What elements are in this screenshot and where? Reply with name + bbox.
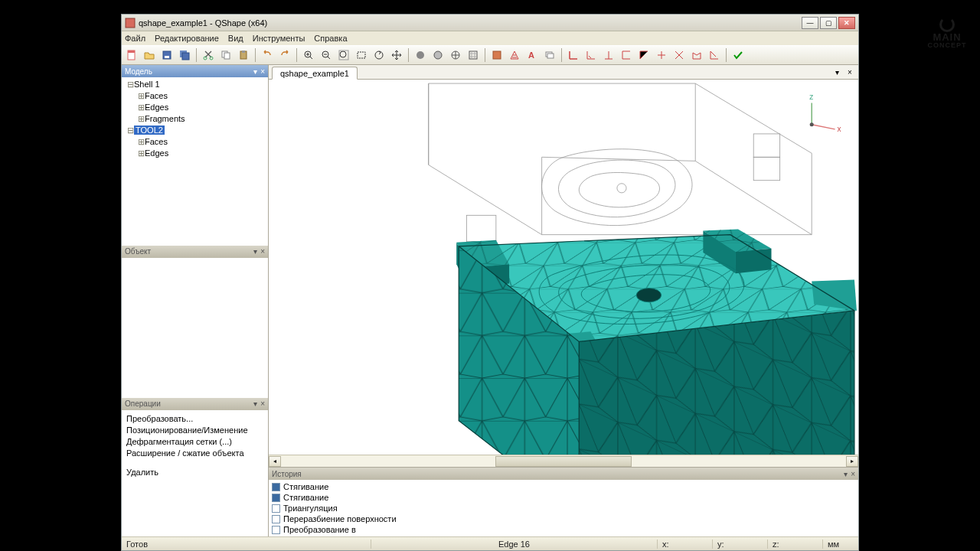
menu-view[interactable]: Вид (228, 34, 243, 43)
svg-rect-12 (242, 51, 245, 53)
panel-model-header[interactable]: Модель▾× (122, 65, 268, 77)
tb-zoomfit-icon[interactable] (336, 47, 351, 63)
tb-saveall-icon[interactable] (177, 47, 192, 63)
viewport-3d[interactable]: z x (269, 80, 858, 455)
menu-file[interactable]: Файл (125, 34, 145, 43)
tree-item[interactable]: ⊞Faces (137, 90, 265, 102)
tree-item[interactable]: ⊞Faces (137, 136, 265, 148)
checkbox-icon[interactable] (272, 515, 280, 523)
tree-shell[interactable]: ⊟Shell 1 ⊞Faces ⊞Edges ⊞Fragments (126, 79, 265, 125)
tb-redo-icon[interactable] (277, 47, 292, 63)
op-transform[interactable]: Преобразовать... (126, 413, 263, 425)
close-icon[interactable]: × (260, 67, 265, 76)
history-item[interactable]: Стягивание (272, 492, 855, 503)
pin-icon[interactable]: ▾ (253, 399, 257, 408)
checkbox-icon[interactable] (272, 504, 280, 513)
tb-save-icon[interactable] (159, 47, 175, 63)
tb-axis8-icon[interactable] (689, 47, 704, 63)
scroll-track[interactable] (281, 456, 846, 467)
tree-tool[interactable]: ⊟TOOL2 ⊞Faces ⊞Edges (126, 125, 265, 159)
tab-close-icon[interactable]: × (844, 67, 855, 77)
tree-item[interactable]: ⊞Edges (137, 148, 265, 159)
status-x: x: (658, 540, 713, 549)
tb-axis2-icon[interactable] (583, 47, 599, 63)
history-item-label: Стягивание (283, 492, 328, 503)
tb-axis7-icon[interactable] (671, 47, 687, 63)
op-position[interactable]: Позиционирование/Изменение (126, 425, 263, 436)
tb-paste-icon[interactable] (236, 47, 251, 63)
history-item[interactable]: Триангуляция (272, 503, 855, 514)
tb-axis1-icon[interactable] (566, 47, 581, 63)
maximize-button[interactable]: ▢ (820, 17, 837, 29)
tb-axis6-icon[interactable] (654, 47, 669, 63)
tb-open-icon[interactable] (142, 47, 157, 63)
close-button[interactable]: ✕ (838, 17, 855, 29)
tb-zoomout-icon[interactable] (318, 47, 334, 63)
model-tree[interactable]: ⊟Shell 1 ⊞Faces ⊞Edges ⊞Fragments ⊟TOOL2… (122, 77, 268, 246)
tb-layer-icon[interactable] (542, 47, 557, 63)
tb-check-icon[interactable] (730, 47, 746, 63)
svg-point-31 (636, 289, 661, 302)
tb-copy-icon[interactable] (218, 47, 234, 63)
tree-item[interactable]: ⊞Fragments (137, 113, 265, 125)
title-bar[interactable]: qshape_example1 - QShape (x64) — ▢ ✕ (122, 15, 858, 31)
op-defrag[interactable]: Дефрагментация сетки (...) (126, 436, 263, 448)
menu-tools[interactable]: Инструменты (253, 34, 305, 43)
op-delete[interactable]: Удалить (126, 467, 263, 478)
history-item[interactable]: Стягивание (272, 481, 855, 492)
side-panel: Модель▾× ⊟Shell 1 ⊞Faces ⊞Edges ⊞Fragmen… (122, 65, 269, 536)
scrollbar-horizontal[interactable]: ◂ ▸ (269, 455, 858, 467)
tb-grid-icon[interactable] (466, 47, 481, 63)
scroll-thumb[interactable] (495, 456, 631, 467)
axis-x-label: x (838, 125, 841, 133)
checkbox-icon[interactable] (272, 483, 280, 491)
history-item[interactable]: Преобразование в (272, 524, 855, 535)
scroll-right-icon[interactable]: ▸ (846, 456, 858, 467)
svg-line-33 (812, 125, 835, 129)
tb-shade1-icon[interactable] (413, 47, 428, 63)
app-icon (125, 18, 136, 28)
tb-mesh-icon[interactable] (507, 47, 522, 63)
panel-operations-header[interactable]: Операции▾× (122, 398, 268, 410)
close-icon[interactable]: × (260, 247, 265, 256)
history-item-label: Переразбиение поверхности (283, 514, 397, 524)
status-z: z: (768, 540, 823, 549)
tb-box-icon[interactable] (489, 47, 505, 63)
svg-point-15 (340, 51, 346, 57)
tb-new-icon[interactable] (124, 47, 139, 63)
tb-rotate-icon[interactable] (371, 47, 387, 63)
panel-history-header[interactable]: История▾× (269, 468, 858, 480)
menu-bar: Файл Редактирование Вид Инструменты Спра… (122, 31, 858, 45)
close-icon[interactable]: × (851, 470, 855, 478)
tb-zoomwin-icon[interactable] (354, 47, 369, 63)
tb-axis4-icon[interactable] (619, 47, 634, 63)
tb-text-icon[interactable]: A (524, 47, 540, 63)
tb-axis3-icon[interactable] (601, 47, 616, 63)
menu-help[interactable]: Справка (314, 34, 347, 43)
tb-cut-icon[interactable] (201, 47, 216, 63)
checkbox-icon[interactable] (272, 494, 280, 502)
tb-axis9-icon[interactable] (707, 47, 722, 63)
minimize-button[interactable]: — (802, 17, 818, 29)
tb-zoomin-icon[interactable] (301, 47, 316, 63)
tb-undo-icon[interactable] (260, 47, 275, 63)
tb-shade2-icon[interactable] (430, 47, 446, 63)
history-item[interactable]: Переразбиение поверхности (272, 514, 855, 524)
op-expand[interactable]: Расширение / сжатие объекта (126, 448, 263, 459)
tree-item[interactable]: ⊞Edges (137, 102, 265, 113)
tb-pan-icon[interactable] (389, 47, 404, 63)
panel-object-header[interactable]: Объект▾× (122, 246, 268, 258)
tb-axis5-icon[interactable] (636, 47, 652, 63)
pin-icon[interactable]: ▾ (253, 247, 257, 256)
pin-icon[interactable]: ▾ (253, 67, 257, 76)
svg-point-19 (416, 51, 424, 59)
checkbox-icon[interactable] (272, 526, 280, 534)
close-icon[interactable]: × (260, 399, 265, 408)
pin-icon[interactable]: ▾ (844, 470, 848, 478)
svg-rect-6 (182, 53, 189, 60)
scroll-left-icon[interactable]: ◂ (269, 456, 281, 467)
tab-document[interactable]: qshape_example1 (272, 67, 358, 80)
tb-wire-icon[interactable] (448, 47, 463, 63)
menu-edit[interactable]: Редактирование (155, 34, 219, 43)
tab-dropdown-icon[interactable]: ▾ (831, 67, 842, 77)
